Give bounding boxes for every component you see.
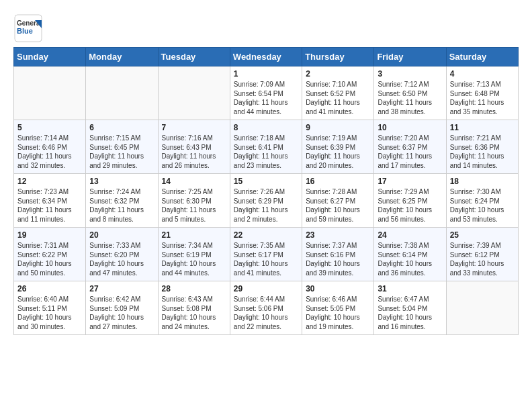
cell-content: Sunrise: 7:38 AM Sunset: 6:14 PM Dayligh… bbox=[378, 241, 442, 277]
calendar-cell: 28Sunrise: 6:43 AM Sunset: 5:08 PM Dayli… bbox=[158, 281, 230, 335]
calendar-cell: 15Sunrise: 7:26 AM Sunset: 6:29 PM Dayli… bbox=[230, 174, 302, 228]
cell-content: Sunrise: 6:47 AM Sunset: 5:04 PM Dayligh… bbox=[378, 295, 442, 331]
cell-content: Sunrise: 6:43 AM Sunset: 5:08 PM Dayligh… bbox=[162, 295, 226, 331]
day-number: 20 bbox=[89, 230, 154, 240]
day-number: 31 bbox=[378, 284, 442, 293]
calendar-cell: 10Sunrise: 7:20 AM Sunset: 6:37 PM Dayli… bbox=[374, 120, 446, 174]
day-number: 2 bbox=[306, 69, 370, 79]
day-number: 22 bbox=[234, 230, 298, 240]
day-number: 18 bbox=[450, 177, 515, 186]
calendar-cell: 9Sunrise: 7:19 AM Sunset: 6:39 PM Daylig… bbox=[302, 120, 374, 174]
calendar-cell: 3Sunrise: 7:12 AM Sunset: 6:50 PM Daylig… bbox=[374, 66, 446, 120]
day-number: 6 bbox=[89, 123, 154, 132]
calendar-cell: 6Sunrise: 7:15 AM Sunset: 6:45 PM Daylig… bbox=[86, 120, 158, 174]
calendar-cell: 5Sunrise: 7:14 AM Sunset: 6:46 PM Daylig… bbox=[14, 120, 86, 174]
day-number: 3 bbox=[378, 69, 442, 79]
calendar-week-row: 26Sunrise: 6:40 AM Sunset: 5:11 PM Dayli… bbox=[14, 281, 519, 335]
calendar-cell: 26Sunrise: 6:40 AM Sunset: 5:11 PM Dayli… bbox=[14, 281, 86, 335]
cell-content: Sunrise: 7:34 AM Sunset: 6:19 PM Dayligh… bbox=[162, 241, 226, 277]
day-number: 11 bbox=[450, 123, 515, 132]
calendar-cell: 11Sunrise: 7:21 AM Sunset: 6:36 PM Dayli… bbox=[446, 120, 518, 174]
cell-content: Sunrise: 7:23 AM Sunset: 6:34 PM Dayligh… bbox=[17, 187, 82, 224]
calendar-cell bbox=[86, 66, 158, 120]
calendar-cell: 8Sunrise: 7:18 AM Sunset: 6:41 PM Daylig… bbox=[230, 120, 302, 174]
calendar-cell: 27Sunrise: 6:42 AM Sunset: 5:09 PM Dayli… bbox=[86, 281, 158, 335]
day-number: 16 bbox=[306, 177, 370, 186]
calendar-cell: 18Sunrise: 7:30 AM Sunset: 6:24 PM Dayli… bbox=[446, 174, 518, 228]
cell-content: Sunrise: 6:44 AM Sunset: 5:06 PM Dayligh… bbox=[234, 295, 298, 331]
cell-content: Sunrise: 7:31 AM Sunset: 6:22 PM Dayligh… bbox=[17, 241, 82, 277]
calendar-week-row: 5Sunrise: 7:14 AM Sunset: 6:46 PM Daylig… bbox=[14, 120, 519, 174]
cell-content: Sunrise: 7:26 AM Sunset: 6:29 PM Dayligh… bbox=[234, 187, 298, 224]
calendar-cell: 17Sunrise: 7:29 AM Sunset: 6:25 PM Dayli… bbox=[374, 174, 446, 228]
calendar-cell bbox=[14, 66, 86, 120]
day-number: 4 bbox=[450, 69, 515, 79]
day-number: 14 bbox=[162, 177, 226, 186]
day-number: 21 bbox=[162, 230, 226, 240]
cell-content: Sunrise: 7:13 AM Sunset: 6:48 PM Dayligh… bbox=[450, 80, 515, 116]
day-number: 1 bbox=[234, 69, 298, 79]
day-number: 5 bbox=[17, 123, 82, 132]
calendar-cell: 23Sunrise: 7:37 AM Sunset: 6:16 PM Dayli… bbox=[302, 228, 374, 281]
cell-content: Sunrise: 7:35 AM Sunset: 6:17 PM Dayligh… bbox=[234, 241, 298, 277]
cell-content: Sunrise: 7:18 AM Sunset: 6:41 PM Dayligh… bbox=[234, 134, 298, 170]
calendar-cell: 12Sunrise: 7:23 AM Sunset: 6:34 PM Dayli… bbox=[14, 174, 86, 228]
cell-content: Sunrise: 7:29 AM Sunset: 6:25 PM Dayligh… bbox=[378, 187, 442, 224]
calendar-week-row: 19Sunrise: 7:31 AM Sunset: 6:22 PM Dayli… bbox=[14, 228, 519, 281]
calendar-cell: 4Sunrise: 7:13 AM Sunset: 6:48 PM Daylig… bbox=[446, 66, 518, 120]
cell-content: Sunrise: 7:19 AM Sunset: 6:39 PM Dayligh… bbox=[306, 134, 370, 170]
day-number: 24 bbox=[378, 230, 442, 240]
day-number: 30 bbox=[306, 284, 370, 293]
calendar-header-row: SundayMondayTuesdayWednesdayThursdayFrid… bbox=[14, 48, 519, 66]
day-number: 19 bbox=[17, 230, 82, 240]
calendar-cell: 29Sunrise: 6:44 AM Sunset: 5:06 PM Dayli… bbox=[230, 281, 302, 335]
weekday-header-monday: Monday bbox=[86, 48, 158, 66]
calendar-cell: 1Sunrise: 7:09 AM Sunset: 6:54 PM Daylig… bbox=[230, 66, 302, 120]
calendar-week-row: 1Sunrise: 7:09 AM Sunset: 6:54 PM Daylig… bbox=[14, 66, 519, 120]
calendar-cell: 7Sunrise: 7:16 AM Sunset: 6:43 PM Daylig… bbox=[158, 120, 230, 174]
calendar-cell: 21Sunrise: 7:34 AM Sunset: 6:19 PM Dayli… bbox=[158, 228, 230, 281]
calendar-cell: 2Sunrise: 7:10 AM Sunset: 6:52 PM Daylig… bbox=[302, 66, 374, 120]
cell-content: Sunrise: 7:10 AM Sunset: 6:52 PM Dayligh… bbox=[306, 80, 370, 116]
weekday-header-saturday: Saturday bbox=[446, 48, 518, 66]
day-number: 27 bbox=[89, 284, 154, 293]
cell-content: Sunrise: 6:46 AM Sunset: 5:05 PM Dayligh… bbox=[306, 295, 370, 331]
cell-content: Sunrise: 7:33 AM Sunset: 6:20 PM Dayligh… bbox=[89, 241, 154, 277]
day-number: 7 bbox=[162, 123, 226, 132]
cell-content: Sunrise: 7:15 AM Sunset: 6:45 PM Dayligh… bbox=[89, 134, 154, 170]
calendar-cell bbox=[446, 281, 518, 335]
calendar-cell: 25Sunrise: 7:39 AM Sunset: 6:12 PM Dayli… bbox=[446, 228, 518, 281]
day-number: 10 bbox=[378, 123, 442, 132]
calendar-cell: 19Sunrise: 7:31 AM Sunset: 6:22 PM Dayli… bbox=[14, 228, 86, 281]
cell-content: Sunrise: 7:25 AM Sunset: 6:30 PM Dayligh… bbox=[162, 187, 226, 224]
calendar-table: SundayMondayTuesdayWednesdayThursdayFrid… bbox=[13, 47, 519, 335]
cell-content: Sunrise: 7:20 AM Sunset: 6:37 PM Dayligh… bbox=[378, 134, 442, 170]
cell-content: Sunrise: 7:16 AM Sunset: 6:43 PM Dayligh… bbox=[162, 134, 226, 170]
cell-content: Sunrise: 6:42 AM Sunset: 5:09 PM Dayligh… bbox=[89, 295, 154, 331]
calendar-cell: 22Sunrise: 7:35 AM Sunset: 6:17 PM Dayli… bbox=[230, 228, 302, 281]
page-header: General Blue bbox=[13, 13, 519, 43]
calendar-cell: 30Sunrise: 6:46 AM Sunset: 5:05 PM Dayli… bbox=[302, 281, 374, 335]
day-number: 29 bbox=[234, 284, 298, 293]
weekday-header-sunday: Sunday bbox=[14, 48, 86, 66]
cell-content: Sunrise: 7:24 AM Sunset: 6:32 PM Dayligh… bbox=[89, 187, 154, 224]
logo: General Blue bbox=[13, 13, 45, 43]
weekday-header-wednesday: Wednesday bbox=[230, 48, 302, 66]
weekday-header-tuesday: Tuesday bbox=[158, 48, 230, 66]
cell-content: Sunrise: 7:09 AM Sunset: 6:54 PM Dayligh… bbox=[234, 80, 298, 116]
day-number: 25 bbox=[450, 230, 515, 240]
day-number: 9 bbox=[306, 123, 370, 132]
calendar-cell: 14Sunrise: 7:25 AM Sunset: 6:30 PM Dayli… bbox=[158, 174, 230, 228]
day-number: 8 bbox=[234, 123, 298, 132]
cell-content: Sunrise: 7:14 AM Sunset: 6:46 PM Dayligh… bbox=[17, 134, 82, 170]
cell-content: Sunrise: 7:12 AM Sunset: 6:50 PM Dayligh… bbox=[378, 80, 442, 116]
calendar-cell: 20Sunrise: 7:33 AM Sunset: 6:20 PM Dayli… bbox=[86, 228, 158, 281]
cell-content: Sunrise: 7:37 AM Sunset: 6:16 PM Dayligh… bbox=[306, 241, 370, 277]
day-number: 15 bbox=[234, 177, 298, 186]
day-number: 12 bbox=[17, 177, 82, 186]
day-number: 28 bbox=[162, 284, 226, 293]
calendar-cell: 16Sunrise: 7:28 AM Sunset: 6:27 PM Dayli… bbox=[302, 174, 374, 228]
cell-content: Sunrise: 7:39 AM Sunset: 6:12 PM Dayligh… bbox=[450, 241, 515, 277]
day-number: 17 bbox=[378, 177, 442, 186]
calendar-cell: 24Sunrise: 7:38 AM Sunset: 6:14 PM Dayli… bbox=[374, 228, 446, 281]
